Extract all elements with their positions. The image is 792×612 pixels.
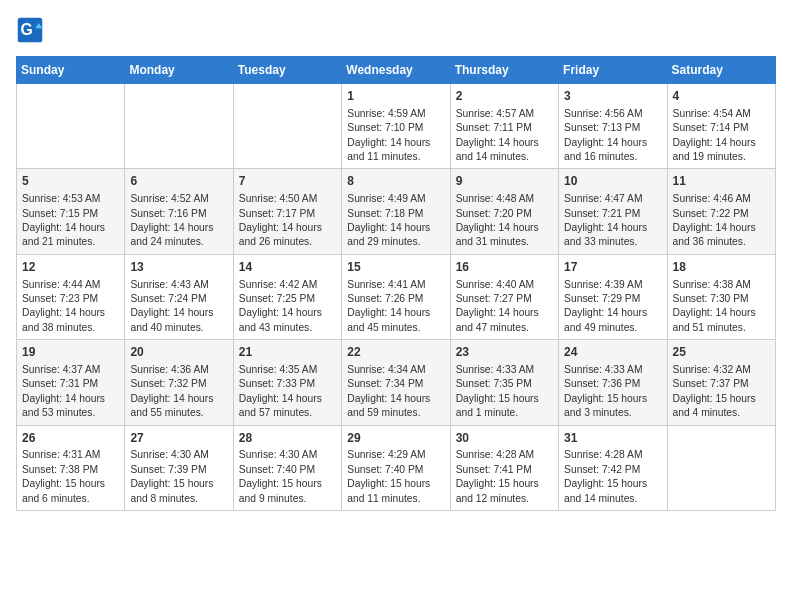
day-info: Daylight: 14 hours <box>673 306 770 320</box>
calendar-week-row: 26Sunrise: 4:31 AMSunset: 7:38 PMDayligh… <box>17 425 776 510</box>
day-info: and 33 minutes. <box>564 235 661 249</box>
day-info: Sunrise: 4:33 AM <box>564 363 661 377</box>
day-info: Daylight: 15 hours <box>456 477 553 491</box>
calendar-cell <box>667 425 775 510</box>
day-info: Sunset: 7:27 PM <box>456 292 553 306</box>
col-header-sunday: Sunday <box>17 57 125 84</box>
day-info: and 47 minutes. <box>456 321 553 335</box>
calendar-cell: 27Sunrise: 4:30 AMSunset: 7:39 PMDayligh… <box>125 425 233 510</box>
day-info: Sunset: 7:29 PM <box>564 292 661 306</box>
day-info: Sunrise: 4:29 AM <box>347 448 444 462</box>
day-number: 30 <box>456 430 553 447</box>
day-info: and 45 minutes. <box>347 321 444 335</box>
day-info: Sunset: 7:40 PM <box>347 463 444 477</box>
calendar-cell: 12Sunrise: 4:44 AMSunset: 7:23 PMDayligh… <box>17 254 125 339</box>
day-info: Sunrise: 4:52 AM <box>130 192 227 206</box>
day-info: Sunrise: 4:39 AM <box>564 278 661 292</box>
day-number: 1 <box>347 88 444 105</box>
day-info: Sunrise: 4:56 AM <box>564 107 661 121</box>
day-info: and 49 minutes. <box>564 321 661 335</box>
calendar-cell: 14Sunrise: 4:42 AMSunset: 7:25 PMDayligh… <box>233 254 341 339</box>
calendar-cell: 6Sunrise: 4:52 AMSunset: 7:16 PMDaylight… <box>125 169 233 254</box>
calendar-week-row: 19Sunrise: 4:37 AMSunset: 7:31 PMDayligh… <box>17 340 776 425</box>
day-info: Sunrise: 4:38 AM <box>673 278 770 292</box>
day-info: Daylight: 14 hours <box>239 306 336 320</box>
day-info: Daylight: 14 hours <box>673 221 770 235</box>
calendar-cell <box>233 84 341 169</box>
calendar-table: SundayMondayTuesdayWednesdayThursdayFrid… <box>16 56 776 511</box>
calendar-cell: 13Sunrise: 4:43 AMSunset: 7:24 PMDayligh… <box>125 254 233 339</box>
calendar-header-row: SundayMondayTuesdayWednesdayThursdayFrid… <box>17 57 776 84</box>
day-number: 9 <box>456 173 553 190</box>
day-info: Daylight: 14 hours <box>130 392 227 406</box>
day-info: Sunrise: 4:42 AM <box>239 278 336 292</box>
day-info: Daylight: 14 hours <box>239 221 336 235</box>
day-info: and 8 minutes. <box>130 492 227 506</box>
calendar-cell: 9Sunrise: 4:48 AMSunset: 7:20 PMDaylight… <box>450 169 558 254</box>
day-number: 7 <box>239 173 336 190</box>
calendar-cell: 22Sunrise: 4:34 AMSunset: 7:34 PMDayligh… <box>342 340 450 425</box>
day-info: Sunset: 7:10 PM <box>347 121 444 135</box>
day-info: Sunrise: 4:34 AM <box>347 363 444 377</box>
day-number: 14 <box>239 259 336 276</box>
day-info: Sunrise: 4:48 AM <box>456 192 553 206</box>
day-info: and 36 minutes. <box>673 235 770 249</box>
day-info: Daylight: 14 hours <box>347 136 444 150</box>
calendar-week-row: 5Sunrise: 4:53 AMSunset: 7:15 PMDaylight… <box>17 169 776 254</box>
day-info: Sunrise: 4:33 AM <box>456 363 553 377</box>
calendar-cell: 16Sunrise: 4:40 AMSunset: 7:27 PMDayligh… <box>450 254 558 339</box>
col-header-wednesday: Wednesday <box>342 57 450 84</box>
calendar-cell: 29Sunrise: 4:29 AMSunset: 7:40 PMDayligh… <box>342 425 450 510</box>
day-info: Sunrise: 4:32 AM <box>673 363 770 377</box>
day-info: and 4 minutes. <box>673 406 770 420</box>
day-info: and 55 minutes. <box>130 406 227 420</box>
calendar-cell: 4Sunrise: 4:54 AMSunset: 7:14 PMDaylight… <box>667 84 775 169</box>
day-info: Sunrise: 4:36 AM <box>130 363 227 377</box>
day-info: Daylight: 15 hours <box>673 392 770 406</box>
day-number: 18 <box>673 259 770 276</box>
day-info: Sunrise: 4:41 AM <box>347 278 444 292</box>
day-number: 21 <box>239 344 336 361</box>
day-info: Sunset: 7:25 PM <box>239 292 336 306</box>
day-number: 29 <box>347 430 444 447</box>
calendar-cell: 7Sunrise: 4:50 AMSunset: 7:17 PMDaylight… <box>233 169 341 254</box>
day-info: Daylight: 14 hours <box>347 392 444 406</box>
calendar-cell: 3Sunrise: 4:56 AMSunset: 7:13 PMDaylight… <box>559 84 667 169</box>
calendar-cell: 5Sunrise: 4:53 AMSunset: 7:15 PMDaylight… <box>17 169 125 254</box>
day-info: Sunset: 7:20 PM <box>456 207 553 221</box>
calendar-cell: 17Sunrise: 4:39 AMSunset: 7:29 PMDayligh… <box>559 254 667 339</box>
day-info: Sunrise: 4:46 AM <box>673 192 770 206</box>
day-info: Daylight: 15 hours <box>239 477 336 491</box>
day-number: 10 <box>564 173 661 190</box>
day-info: and 59 minutes. <box>347 406 444 420</box>
day-info: Sunset: 7:38 PM <box>22 463 119 477</box>
calendar-cell: 28Sunrise: 4:30 AMSunset: 7:40 PMDayligh… <box>233 425 341 510</box>
day-number: 25 <box>673 344 770 361</box>
day-info: Sunrise: 4:47 AM <box>564 192 661 206</box>
day-info: Sunrise: 4:50 AM <box>239 192 336 206</box>
day-info: Daylight: 15 hours <box>564 477 661 491</box>
day-number: 4 <box>673 88 770 105</box>
day-info: Daylight: 15 hours <box>347 477 444 491</box>
day-info: Sunset: 7:15 PM <box>22 207 119 221</box>
day-info: and 6 minutes. <box>22 492 119 506</box>
col-header-thursday: Thursday <box>450 57 558 84</box>
day-info: Daylight: 14 hours <box>673 136 770 150</box>
day-info: Sunset: 7:36 PM <box>564 377 661 391</box>
calendar-cell: 30Sunrise: 4:28 AMSunset: 7:41 PMDayligh… <box>450 425 558 510</box>
day-info: Daylight: 14 hours <box>239 392 336 406</box>
day-number: 31 <box>564 430 661 447</box>
calendar-cell: 24Sunrise: 4:33 AMSunset: 7:36 PMDayligh… <box>559 340 667 425</box>
day-info: Sunrise: 4:31 AM <box>22 448 119 462</box>
day-number: 11 <box>673 173 770 190</box>
day-info: and 1 minute. <box>456 406 553 420</box>
day-info: Sunset: 7:24 PM <box>130 292 227 306</box>
day-info: Sunset: 7:42 PM <box>564 463 661 477</box>
day-number: 5 <box>22 173 119 190</box>
day-info: Daylight: 14 hours <box>22 221 119 235</box>
day-info: Sunset: 7:37 PM <box>673 377 770 391</box>
calendar-cell: 21Sunrise: 4:35 AMSunset: 7:33 PMDayligh… <box>233 340 341 425</box>
day-info: Sunrise: 4:49 AM <box>347 192 444 206</box>
day-info: Sunset: 7:13 PM <box>564 121 661 135</box>
day-info: and 11 minutes. <box>347 150 444 164</box>
